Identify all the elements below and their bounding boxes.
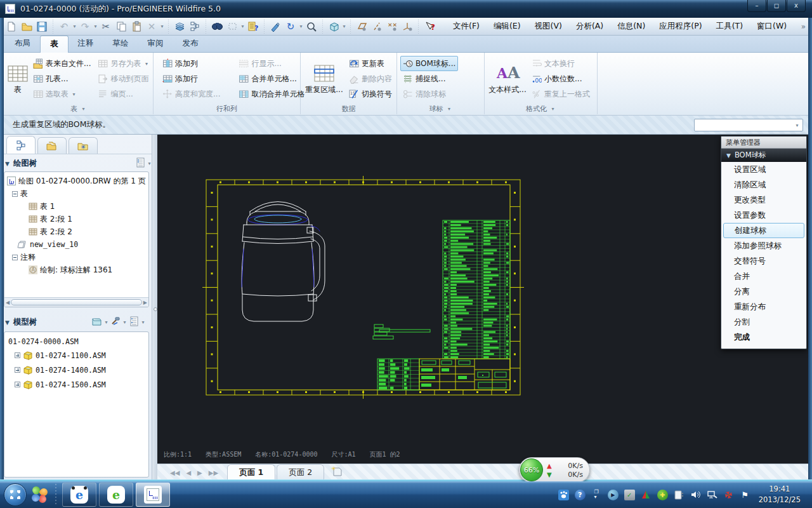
save-icon[interactable]	[34, 19, 49, 34]
menu-edit[interactable]: 编辑(E)	[487, 18, 528, 34]
network-speed-widget[interactable]: 66% ▲0K/s ▼0K/s	[519, 457, 590, 483]
copy-icon[interactable]	[114, 19, 129, 34]
speaker-icon[interactable]	[690, 490, 701, 500]
model-tree-tab[interactable]	[6, 136, 36, 154]
text-wrap-button[interactable]: 文本换行	[529, 56, 593, 71]
group-label-table[interactable]: 表▾	[4, 104, 153, 114]
merge-cells-button[interactable]: 合并单元格...	[236, 71, 307, 86]
page-tab-1[interactable]: 页面 1	[227, 464, 275, 481]
model-row-1400[interactable]: 01-0274-1400.ASM	[8, 363, 147, 377]
redo-dropdown-icon[interactable]: ▾	[93, 23, 98, 29]
tree-settings-icon[interactable]	[135, 157, 145, 170]
tree-row-table2s2[interactable]: 表 2:段 2	[7, 225, 147, 238]
menu-item-merge[interactable]: 合并	[721, 269, 806, 284]
settings-tools-icon[interactable]	[110, 316, 121, 328]
update-table-button[interactable]: 更新表	[346, 56, 395, 71]
flag-icon[interactable]: ⚑	[740, 490, 750, 500]
hole-table-button[interactable]: 孔表...	[30, 71, 93, 86]
text-style-big-button[interactable]: AA 文本样式...	[488, 55, 527, 104]
tree-row-balloon-note[interactable]: A 绘制: 球标注解 1361	[7, 264, 147, 276]
start-button[interactable]	[4, 483, 27, 506]
menu-item-detach[interactable]: 分离	[721, 284, 806, 299]
maximize-button[interactable]: ◻	[767, 0, 786, 12]
last-page-icon[interactable]: ▶▶	[209, 469, 218, 476]
toolbar-overflow-icon[interactable]: »	[801, 22, 808, 31]
pick-table-button[interactable]: 选取表▾	[30, 86, 93, 102]
prev-page-icon[interactable]: ◀	[186, 469, 191, 476]
group-label-balloon[interactable]: 球标▾	[397, 104, 484, 114]
network-icon[interactable]	[707, 490, 717, 500]
show-caret-icon[interactable]: ▾	[103, 319, 109, 325]
paw-icon[interactable]	[558, 490, 569, 500]
layers-icon[interactable]	[172, 19, 187, 34]
collapse-box-icon[interactable]	[12, 255, 18, 260]
taskbar-green-browser[interactable]: e	[99, 483, 133, 507]
menu-applications[interactable]: 应用程序(P)	[652, 18, 709, 34]
repaint-icon[interactable]	[268, 19, 283, 34]
red-pinwheel-icon[interactable]	[723, 490, 734, 500]
first-page-icon[interactable]: ◀◀	[170, 469, 180, 476]
filters-caret-icon[interactable]: ▾	[140, 319, 146, 325]
expand-box-icon[interactable]	[15, 352, 20, 358]
add-column-button[interactable]: 添加列	[160, 56, 223, 71]
select-dropdown-icon[interactable]: ▾	[240, 23, 246, 29]
tab-layout[interactable]: 布局	[5, 36, 40, 52]
page-tab-2[interactable]: 页面 2	[277, 464, 324, 481]
folder-browser-tab[interactable]	[37, 137, 67, 154]
tree-row-root[interactable]: 绘图 01-0274-0000.DRW 的第 1 页	[7, 175, 147, 187]
undo-icon[interactable]: ↶	[56, 19, 72, 34]
menu-item-set-params[interactable]: 设置参数	[721, 208, 806, 223]
delete-dropdown-icon[interactable]: ▾	[159, 23, 165, 29]
menu-item-redistribute[interactable]: 重新分布	[721, 299, 806, 314]
tree-row-view[interactable]: new_view_10	[7, 238, 147, 251]
green-plus-icon[interactable]: ✚	[657, 490, 668, 500]
update-check-icon[interactable]: ✓	[624, 490, 635, 500]
cut-icon[interactable]: ✂	[98, 19, 114, 34]
show-icon[interactable]	[91, 317, 102, 328]
menu-item-change-type[interactable]: 更改类型	[721, 192, 806, 208]
repeat-format-button[interactable]: %重复上一格式	[529, 86, 593, 102]
menu-manager-titlebar[interactable]: 菜单管理器	[721, 137, 806, 149]
settings-caret-icon[interactable]: ▾	[122, 319, 128, 325]
menu-window[interactable]: 窗口(W)	[750, 18, 794, 34]
undo-dropdown-icon[interactable]: ▾	[72, 23, 77, 29]
menu-view[interactable]: 视图(V)	[528, 18, 569, 34]
datum-axes-icon[interactable]	[369, 19, 384, 34]
menu-item-done[interactable]: 完成	[721, 330, 806, 345]
saved-views-icon[interactable]	[326, 19, 341, 34]
add-row-button[interactable]: 添加行	[160, 71, 223, 86]
model-row-root[interactable]: 01-0274-0000.ASM	[8, 335, 147, 348]
tree-filters-icon[interactable]	[129, 316, 139, 329]
menu-item-split[interactable]: 分割	[721, 314, 806, 330]
tab-publish[interactable]: 发布	[173, 36, 208, 52]
menu-item-add-ref-balloon[interactable]: 添加参照球标	[721, 238, 806, 253]
tree-row-table2s1[interactable]: 表 2:段 1	[7, 213, 147, 225]
new-icon[interactable]	[4, 19, 19, 34]
tab-table[interactable]: 表	[40, 36, 69, 53]
datum-csys-icon[interactable]	[400, 19, 415, 34]
taskbar-clock[interactable]: 19:41 2013/12/25	[756, 484, 806, 505]
model-row-1100[interactable]: 01-0274-1100.ASM	[8, 348, 147, 363]
group-label-format[interactable]: 格式化▾	[485, 104, 597, 114]
taskbar-ie-browser[interactable]: e	[62, 483, 96, 507]
unmerge-cells-button[interactable]: 取消合并单元格	[236, 86, 307, 102]
datum-planes-icon[interactable]	[354, 19, 369, 34]
menu-analysis[interactable]: 分析(A)	[569, 18, 610, 34]
menu-section-bom-balloon[interactable]: ▼ BOM球标	[721, 149, 806, 162]
paste-icon[interactable]	[129, 19, 144, 34]
model-row-1500[interactable]: 01-0274-1500.ASM	[8, 377, 147, 392]
menu-item-alternate-symbol[interactable]: 交替符号	[721, 253, 806, 269]
scrollbar-thumb[interactable]	[11, 299, 142, 305]
table-big-button[interactable]: 表	[7, 55, 29, 104]
save-as-table-button[interactable]: 另存为表▾	[95, 56, 152, 71]
renumber-pages-button[interactable]: 编页...	[95, 86, 152, 102]
collapse-box-icon[interactable]	[12, 191, 18, 197]
regenerate-dropdown-icon[interactable]: ▾	[298, 23, 304, 29]
next-page-icon[interactable]: ▶	[197, 469, 202, 476]
drawing-tree-hscrollbar[interactable]: ◀ ▶	[4, 297, 148, 307]
minimize-button[interactable]: –	[747, 0, 766, 12]
menu-item-set-region[interactable]: 设置区域	[721, 162, 806, 177]
plug-icon[interactable]	[674, 490, 684, 500]
menu-item-clear-region[interactable]: 清除区域	[721, 177, 806, 192]
tab-review[interactable]: 审阅	[138, 36, 173, 52]
